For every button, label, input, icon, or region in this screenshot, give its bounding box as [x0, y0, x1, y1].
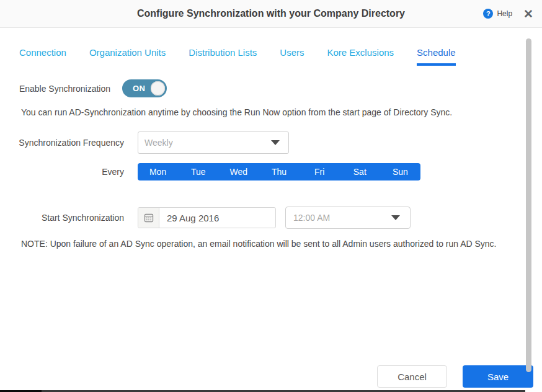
- start-sync-label: Start Synchronization: [0, 213, 124, 223]
- day-wed-button[interactable]: Wed: [218, 163, 259, 180]
- every-row: Every Mon Tue Wed Thu Fri Sat Sun: [0, 163, 542, 180]
- tab-kore-exclusions[interactable]: Kore Exclusions: [327, 47, 394, 66]
- toggle-on-label: ON: [133, 84, 146, 93]
- tab-users[interactable]: Users: [280, 47, 304, 66]
- calendar-icon: [144, 213, 154, 223]
- enable-sync-label: Enable Synchronization: [0, 84, 110, 94]
- enable-sync-row: Enable Synchronization ON: [0, 79, 542, 97]
- every-label: Every: [0, 167, 124, 177]
- start-time-select[interactable]: 12:00 AM: [285, 207, 411, 229]
- day-sat-button[interactable]: Sat: [340, 163, 380, 180]
- day-thu-button[interactable]: Thu: [259, 163, 299, 180]
- caret-down-icon: [271, 140, 280, 145]
- start-date-input[interactable]: 29 Aug 2016: [138, 207, 276, 228]
- close-icon[interactable]: ✕: [523, 8, 533, 20]
- calendar-button[interactable]: [138, 208, 159, 228]
- cancel-button[interactable]: Cancel: [377, 365, 447, 388]
- tab-distribution-lists[interactable]: Distribution Lists: [189, 47, 257, 66]
- frequency-select[interactable]: Weekly: [138, 131, 289, 154]
- tab-connection[interactable]: Connection: [19, 47, 66, 66]
- caret-down-icon: [391, 215, 400, 220]
- failure-note: NOTE: Upon failure of an AD Sync operati…: [21, 239, 542, 249]
- toggle-knob: [151, 81, 165, 96]
- day-fri-button[interactable]: Fri: [300, 163, 340, 180]
- enable-sync-toggle[interactable]: ON: [122, 79, 167, 97]
- help-button[interactable]: ? Help: [483, 9, 512, 19]
- frequency-row: Synchronization Frequency Weekly: [0, 131, 542, 154]
- frequency-label: Synchronization Frequency: [0, 138, 124, 148]
- sync-description: You can run AD-Synchronization anytime b…: [21, 107, 542, 117]
- start-date-value: 29 Aug 2016: [159, 208, 275, 228]
- tab-organization-units[interactable]: Organization Units: [89, 47, 166, 66]
- dialog-title: Configure Synchronization with your Comp…: [0, 8, 542, 19]
- weekday-picker: Mon Tue Wed Thu Fri Sat Sun: [138, 163, 420, 180]
- save-button[interactable]: Save: [463, 365, 533, 388]
- frequency-value: Weekly: [144, 138, 173, 148]
- start-time-value: 12:00 AM: [293, 213, 330, 223]
- day-sun-button[interactable]: Sun: [380, 163, 420, 180]
- help-label: Help: [497, 9, 512, 18]
- tab-schedule[interactable]: Schedule: [417, 47, 456, 66]
- dialog-header: Configure Synchronization with your Comp…: [0, 0, 542, 28]
- start-sync-row: Start Synchronization 29 Aug 2016 12:00 …: [0, 207, 542, 229]
- day-tue-button[interactable]: Tue: [178, 163, 218, 180]
- dialog-footer: Cancel Save: [377, 365, 533, 388]
- day-mon-button[interactable]: Mon: [138, 163, 178, 180]
- help-icon: ?: [483, 9, 493, 19]
- vertical-scrollbar[interactable]: [526, 38, 531, 372]
- tab-bar: Connection Organization Units Distributi…: [0, 47, 542, 66]
- header-actions: ? Help ✕: [483, 8, 533, 20]
